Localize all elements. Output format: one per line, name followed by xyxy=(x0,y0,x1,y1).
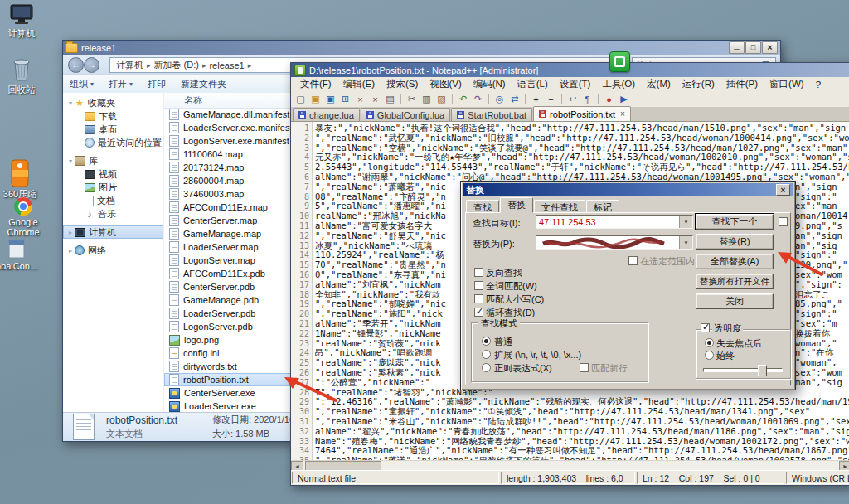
replace-all-button[interactable]: 全部替换(A) xyxy=(696,254,774,269)
print-icon[interactable]: ▤ xyxy=(383,93,397,106)
menu-item[interactable]: 设置(T) xyxy=(554,78,597,90)
undo-icon[interactable]: ↶ xyxy=(456,93,470,106)
zoom-out-icon[interactable]: − xyxy=(544,93,558,106)
chevron-down-icon[interactable] xyxy=(679,216,692,228)
dialog-titlebar[interactable]: 替换 xyxy=(463,183,793,196)
sidebar-item-桌面[interactable]: 桌面 xyxy=(63,123,163,136)
tab-change.lua[interactable]: change.lua xyxy=(293,108,360,121)
zoom-in-icon[interactable]: + xyxy=(529,93,543,106)
save-icon[interactable]: ▣ xyxy=(323,93,337,106)
toolbar-open-button[interactable]: 打开▾ xyxy=(109,78,133,90)
close-icon[interactable] xyxy=(776,184,790,196)
toolbar-organize-button[interactable]: 组织▾ xyxy=(70,78,94,90)
mode-extended-radio[interactable] xyxy=(482,350,491,359)
replace-all-open-button[interactable]: 替换所有打开文件 xyxy=(696,274,774,289)
whole-word-checkbox[interactable] xyxy=(474,281,483,290)
back-button[interactable]: ← xyxy=(68,57,84,73)
menu-item[interactable]: 运行(R) xyxy=(677,78,720,90)
tab-robotPosition.txt[interactable]: robotPosition.txt xyxy=(533,106,631,121)
maximize-button[interactable] xyxy=(745,41,761,54)
new-file-icon[interactable]: ▢ xyxy=(294,93,308,106)
desktop-icon-globalcon[interactable]: obalCon... xyxy=(0,239,41,271)
sidebar-item-网络[interactable]: ▸网络 xyxy=(63,244,163,257)
sidebar-item-收藏夹[interactable]: ▾收藏夹 xyxy=(63,96,163,109)
sidebar-item-图片[interactable]: 图片 xyxy=(63,181,163,194)
desktop-icon-360zip[interactable]: 360压缩 xyxy=(0,159,44,199)
sidebar-item-库[interactable]: ▾库 xyxy=(63,154,163,167)
wrap-around-checkbox[interactable] xyxy=(474,308,483,317)
chevron-down-icon[interactable] xyxy=(679,236,692,249)
menu-item[interactable]: 宏(M) xyxy=(641,78,677,90)
forward-button[interactable]: → xyxy=(84,57,99,73)
match-case-checkbox[interactable] xyxy=(474,294,483,303)
tab-StartRobot.bat[interactable]: StartRobot.bat xyxy=(451,108,532,121)
close-button[interactable] xyxy=(762,41,778,54)
sidebar-item-音乐[interactable]: 音乐 xyxy=(63,207,163,220)
mode-normal-radio[interactable] xyxy=(482,337,491,346)
paste-icon[interactable]: ▧ xyxy=(434,93,449,106)
minimize-button[interactable] xyxy=(729,41,745,54)
open-icon[interactable]: ▣ xyxy=(308,93,323,106)
menu-item[interactable]: 语言(L) xyxy=(512,78,554,90)
word-wrap-icon[interactable]: ↩ xyxy=(565,93,580,106)
desktop-icon-recycle-bin[interactable]: 回收站 xyxy=(0,55,46,94)
breadcrumb-item[interactable]: 新加卷 (D:) xyxy=(152,59,201,71)
cut-icon[interactable]: ✂ xyxy=(405,93,419,106)
sidebar-item-文档[interactable]: 文档 xyxy=(63,194,163,207)
menu-item[interactable]: 工具(O) xyxy=(596,78,641,90)
file-name: LogonServer.map xyxy=(183,255,255,265)
find-icon[interactable]: ◎ xyxy=(492,93,507,106)
match-newline-checkbox[interactable] xyxy=(580,363,589,372)
find-target-combobox[interactable]: 47.111.254.53 xyxy=(536,215,693,229)
sidebar-item-视频[interactable]: 视频 xyxy=(63,167,163,181)
toolbar-new-folder-button[interactable]: 新建文件夹 xyxy=(181,78,226,90)
play-macro-icon[interactable]: ▶ xyxy=(617,93,631,106)
replace-with-combobox[interactable] xyxy=(536,235,693,250)
copy-icon[interactable]: ▥ xyxy=(420,93,434,106)
close-all-icon[interactable]: × xyxy=(368,93,382,106)
transparency-always-radio[interactable] xyxy=(705,351,714,360)
menu-item[interactable]: 视图(V) xyxy=(424,78,467,90)
menu-item[interactable]: 搜索(S) xyxy=(381,78,424,90)
explorer-titlebar[interactable]: release1 xyxy=(63,41,780,55)
breadcrumb-item[interactable]: release1 xyxy=(206,61,246,70)
desktop-icon-chrome[interactable]: Google Chrome xyxy=(0,197,47,237)
desktop-icon-computer[interactable]: 计算机 xyxy=(0,4,46,38)
close-tab-icon[interactable] xyxy=(620,109,625,119)
slider-thumb[interactable] xyxy=(758,365,767,376)
record-macro-icon[interactable]: ● xyxy=(602,93,616,106)
save-all-icon[interactable]: ⊞ xyxy=(338,93,352,106)
green-tray-icon[interactable] xyxy=(609,51,630,72)
menu-item[interactable]: 编码(N) xyxy=(468,78,512,90)
dialog-tab-文件查找[interactable]: 文件查找 xyxy=(534,200,585,213)
sidebar-item-下载[interactable]: 下载 xyxy=(63,109,163,123)
replace-button[interactable]: 替换(R) xyxy=(696,234,774,250)
dialog-tab-替换[interactable]: 替换 xyxy=(500,197,533,213)
sidebar-item-计算机[interactable]: ▸计算机 xyxy=(63,225,163,239)
show-all-chars-icon[interactable]: ¶ xyxy=(580,93,594,106)
menu-item[interactable]: 编辑(E) xyxy=(337,78,381,90)
top-right-checkbox[interactable] xyxy=(779,217,788,226)
breadcrumb-item[interactable]: 计算机 xyxy=(114,59,146,71)
menu-item[interactable]: 插件(P) xyxy=(720,78,764,90)
backward-checkbox[interactable] xyxy=(474,268,483,277)
menu-item[interactable]: ? xyxy=(810,80,827,90)
transparency-checkbox[interactable] xyxy=(701,323,710,332)
dialog-close-button[interactable]: 关闭 xyxy=(696,293,774,309)
replace-icon[interactable]: ⇄ xyxy=(507,93,522,106)
toolbar-print-button[interactable]: 打印 xyxy=(148,78,166,90)
redo-icon[interactable]: ↷ xyxy=(471,93,485,106)
sidebar-item-最近访问的位置[interactable]: 最近访问的位置 xyxy=(63,136,163,149)
dialog-tab-查找[interactable]: 查找 xyxy=(466,200,499,213)
transparency-on-losing-focus-radio[interactable] xyxy=(705,338,714,347)
notepad-titlebar[interactable]: D:\release1\robotPosition.txt - Notepad+… xyxy=(291,63,849,77)
mode-regex-radio[interactable] xyxy=(482,363,491,372)
in-selection-checkbox[interactable] xyxy=(628,256,638,265)
menu-item[interactable]: 文件(F) xyxy=(294,78,337,90)
close-icon[interactable]: × xyxy=(353,93,367,106)
tab-GlobalConfig.lua[interactable]: GlobalConfig.lua xyxy=(361,108,450,121)
transparency-slider[interactable] xyxy=(703,365,783,375)
dialog-tab-标记[interactable]: 标记 xyxy=(586,200,619,213)
find-next-button[interactable]: 查找下一个 xyxy=(696,214,774,230)
menu-item[interactable]: 窗口(W) xyxy=(764,78,810,90)
